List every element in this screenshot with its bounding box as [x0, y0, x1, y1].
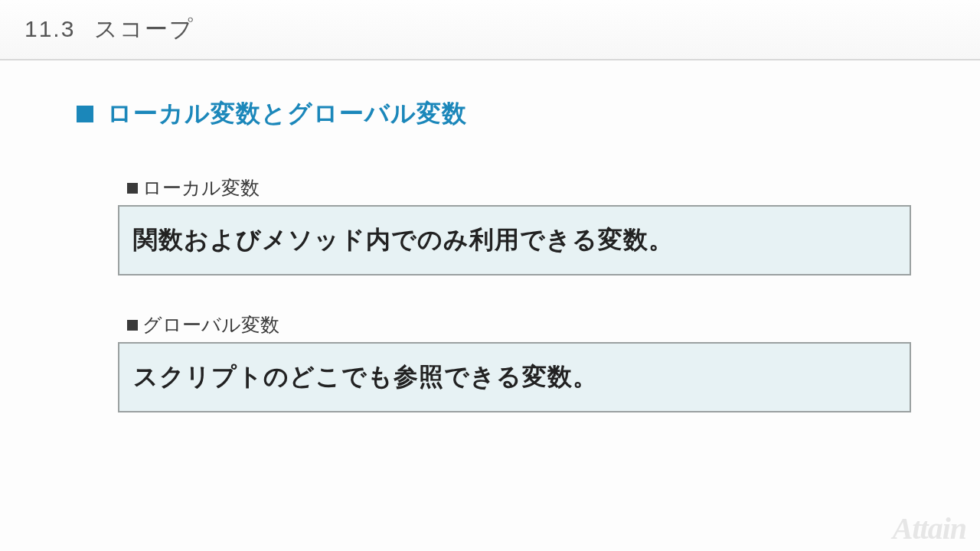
sub-label-local: ローカル変数 — [142, 175, 260, 201]
definition-text-global: スクリプトのどこでも参照できる変数。 — [133, 360, 896, 394]
header-title: スコープ — [94, 16, 194, 41]
sub-label-row: ローカル変数 — [127, 175, 911, 201]
small-bullet-icon — [127, 320, 138, 331]
header-number: 11.3 — [24, 16, 75, 41]
sub-label-row: グローバル変数 — [127, 312, 911, 337]
bullet-square-icon — [77, 106, 93, 122]
sub-label-global: グローバル変数 — [142, 312, 279, 337]
section-title-row: ローカル変数とグローバル変数 — [77, 97, 911, 131]
slide-header: 11.3 スコープ — [0, 0, 980, 60]
definition-box-local: 関数およびメソッド内でのみ利用できる変数。 — [118, 205, 911, 276]
section-title: ローカル変数とグローバル変数 — [107, 97, 467, 131]
definition-box-global: スクリプトのどこでも参照できる変数。 — [118, 342, 911, 412]
slide-content: ローカル変数とグローバル変数 ローカル変数 関数およびメソッド内でのみ利用できる… — [0, 60, 980, 412]
subsection-global: グローバル変数 スクリプトのどこでも参照できる変数。 — [118, 312, 911, 412]
watermark-logo: Attain — [893, 510, 966, 546]
small-bullet-icon — [127, 183, 138, 194]
definition-text-local: 関数およびメソッド内でのみ利用できる変数。 — [133, 223, 896, 257]
subsection-local: ローカル変数 関数およびメソッド内でのみ利用できる変数。 — [118, 175, 911, 276]
